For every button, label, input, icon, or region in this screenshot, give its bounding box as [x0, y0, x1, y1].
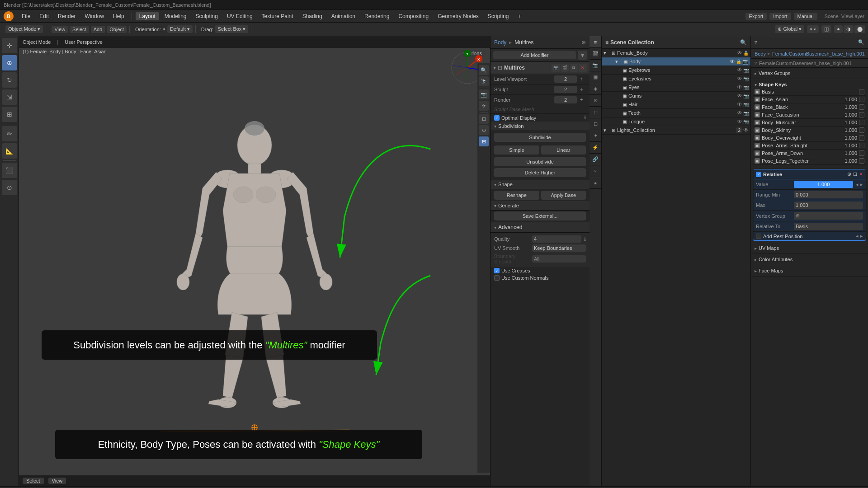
mod-duplicate-btn[interactable]: ⧉ — [570, 64, 578, 72]
menu-uv-editing[interactable]: UV Editing — [223, 12, 256, 20]
mod-render-btn[interactable]: 🎬 — [561, 64, 569, 72]
tree-item-tongue[interactable]: ▣ Tongue 👁 📷 — [602, 117, 750, 126]
eyebrows-eye[interactable]: 👁 — [737, 67, 742, 73]
teeth-render[interactable]: 📷 — [743, 111, 749, 116]
hair-render[interactable]: 📷 — [743, 102, 749, 107]
vertex-group-value[interactable]: ⊕ — [794, 212, 863, 220]
outliner-tab[interactable]: ≡ — [590, 36, 601, 48]
eyes-render[interactable]: 📷 — [743, 85, 749, 90]
quality-value[interactable]: 4 — [532, 235, 581, 243]
tree-item-gums[interactable]: ▣ Gums 👁 📷 — [602, 92, 750, 100]
measure-tool[interactable]: 📐 — [2, 143, 17, 159]
select-btn[interactable]: Select — [70, 26, 89, 33]
shape-section-header[interactable]: ▾ Shape — [491, 180, 590, 189]
annotate-tool[interactable]: ✏ — [2, 126, 17, 141]
sk-basis[interactable]: ▣ Basis — [753, 88, 866, 96]
properties-scene-tab[interactable]: 🎬 — [590, 48, 601, 60]
props-header-search-icon[interactable]: 🔍 — [858, 39, 864, 45]
female-body-lock[interactable]: 🔒 — [743, 51, 749, 56]
menu-modeling[interactable]: Modeling — [161, 12, 190, 20]
sk-pose-legs-together[interactable]: ▣ Pose_Legs_Together 1.000 — [753, 157, 866, 165]
value-increment[interactable]: ▸ — [860, 182, 863, 188]
view-btn[interactable]: View — [52, 26, 68, 33]
properties-physics-tab[interactable]: ⚡ — [590, 142, 601, 154]
transform-tool[interactable]: ⊞ — [2, 107, 17, 122]
uv-maps-header[interactable]: ▸ UV Maps — [753, 244, 866, 252]
menu-scripting[interactable]: Scripting — [484, 12, 513, 20]
sk-pose-arms-down[interactable]: ▣ Pose_Arms_Down 1.000 — [753, 150, 866, 157]
menu-layout[interactable]: Layout — [136, 12, 159, 20]
origin-tool[interactable]: ⊙ — [2, 180, 17, 195]
properties-constraints-tab[interactable]: 🔗 — [590, 154, 601, 165]
tree-item-hair[interactable]: ▣ Hair 👁 📷 — [602, 100, 750, 109]
generate-section-header[interactable]: ▾ Generate — [491, 201, 590, 211]
menu-geometry-nodes[interactable]: Geometry Nodes — [434, 12, 482, 20]
properties-modifier-tab[interactable]: ⊟ — [590, 118, 601, 130]
face-maps-header[interactable]: ▸ Face Maps — [753, 267, 866, 274]
properties-render-tab[interactable]: 📷 — [590, 60, 601, 71]
tree-item-teeth[interactable]: ▣ Teeth 👁 📷 — [602, 109, 750, 117]
menu-shading[interactable]: Shading — [299, 12, 326, 20]
range-min-value[interactable]: 0.000 — [794, 191, 863, 198]
eyebrows-render[interactable]: 📷 — [743, 68, 749, 73]
sk-body-overweight-check[interactable] — [859, 135, 864, 141]
hair-eye[interactable]: 👁 — [737, 101, 742, 108]
collection-btn[interactable]: ⊞ — [479, 136, 489, 146]
value-decrement[interactable]: ◂ — [856, 182, 859, 188]
properties-view-layer-tab[interactable]: ◈ — [590, 83, 601, 95]
menu-window[interactable]: Window — [81, 12, 108, 20]
body-render[interactable]: 📷 — [742, 59, 749, 65]
rendered-view-btn[interactable]: ⬤ — [854, 25, 865, 33]
sk-pose-arms-straight[interactable]: ▣ Pose_Arms_Straight 1.000 — [753, 142, 866, 150]
relative-to-value[interactable]: Basis — [794, 223, 863, 230]
sk-face-black[interactable]: ▣ Face_Black 1.000 — [753, 103, 866, 111]
eyes-eye[interactable]: 👁 — [737, 84, 742, 90]
xray-btn[interactable]: ◫ — [821, 25, 831, 33]
value-field[interactable]: 1.000 — [794, 181, 853, 188]
tree-item-body[interactable]: ▾ ▣ Body 👁 🔒 📷 — [602, 57, 750, 66]
add-rest-inc[interactable]: ▸ — [860, 233, 863, 239]
add-modifier-button[interactable]: Add Modifier — [493, 51, 576, 59]
manual-button[interactable]: Manual — [794, 13, 817, 20]
advanced-section-header[interactable]: ▾ Advanced — [491, 222, 590, 233]
mod-camera-btn[interactable]: 📷 — [552, 64, 560, 72]
add-rest-checkbox[interactable] — [756, 234, 761, 239]
properties-material-tab[interactable]: ● — [590, 177, 601, 189]
menu-edit[interactable]: Edit — [36, 12, 52, 20]
body-eye[interactable]: 👁 — [730, 58, 735, 65]
menu-animation[interactable]: Animation — [328, 12, 359, 20]
tongue-eye[interactable]: 👁 — [737, 118, 742, 125]
properties-particles-tab[interactable]: ✦ — [590, 130, 601, 142]
menu-plus[interactable]: + — [514, 12, 525, 20]
menu-sculpting[interactable]: Sculpting — [192, 12, 222, 20]
tree-item-lights[interactable]: ▾ ⊞ Lights_Collection 2 👁 — [602, 126, 750, 135]
properties-object-tab[interactable]: ◻ — [590, 107, 601, 118]
sk-pose-legs-together-check[interactable] — [859, 158, 864, 164]
sk-face-asian-check[interactable] — [859, 97, 864, 102]
menu-render[interactable]: Render — [54, 12, 79, 20]
delete-higher-button[interactable]: Delete Higher — [494, 168, 586, 177]
shape-keys-header[interactable]: ▾ Shape Keys — [753, 81, 866, 88]
import-button[interactable]: Import — [769, 13, 791, 20]
zoom-in-btn[interactable]: 🔍 — [479, 65, 489, 75]
sk-face-caucasian-check[interactable] — [859, 112, 864, 117]
female-body-eye[interactable]: 👁 — [737, 50, 742, 56]
sk-pose-arms-straight-check[interactable] — [859, 143, 864, 148]
simple-button[interactable]: Simple — [494, 145, 539, 155]
orientation-selector[interactable]: Default ▾ — [167, 25, 193, 33]
max-value[interactable]: 1.000 — [794, 202, 863, 209]
boundary-smooth-value[interactable]: All — [532, 255, 586, 263]
eyelashes-eye[interactable]: 👁 — [737, 75, 742, 82]
sk-body-overweight[interactable]: ▣ Body_Overweight 1.000 — [753, 134, 866, 142]
optimal-display-checkbox[interactable]: ✓ — [494, 115, 500, 121]
level-viewport-plus[interactable]: + — [577, 76, 586, 82]
color-attributes-header[interactable]: ▸ Color Attributes — [753, 256, 866, 263]
vertex-groups-header[interactable]: ▸ Vertex Groups — [753, 70, 866, 77]
uv-smooth-value[interactable]: Keep Boundaries — [532, 244, 586, 252]
eyelashes-render[interactable]: 📷 — [743, 76, 749, 81]
save-external-button[interactable]: Save External... — [494, 211, 586, 221]
viewport-bottom-view[interactable]: View — [48, 478, 66, 484]
linear-button[interactable]: Linear — [541, 145, 586, 155]
tree-item-eyes[interactable]: ▣ Eyes 👁 📷 — [602, 83, 750, 92]
lights-eye[interactable]: 👁 — [743, 127, 749, 133]
